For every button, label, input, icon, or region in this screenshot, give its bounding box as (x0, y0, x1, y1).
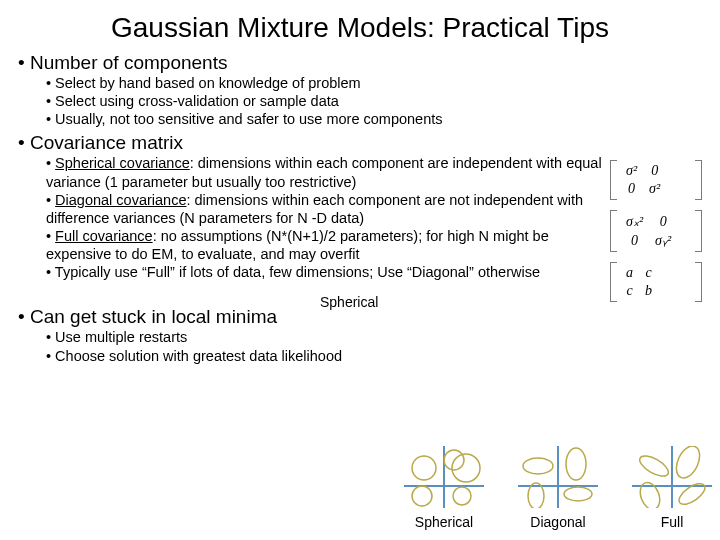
bullet: Select by hand based on knowledge of pro… (46, 74, 702, 92)
bullet: Full covariance: no assumptions (N*(N+1)… (46, 227, 604, 263)
figure-diagonal: Diagonal (518, 446, 598, 530)
svg-point-17 (672, 446, 704, 482)
bullet: Choose solution with greatest data likel… (46, 347, 702, 365)
plot-diagonal-icon (518, 446, 598, 508)
svg-point-3 (412, 486, 432, 506)
figure-full: Full (632, 446, 712, 530)
svg-point-16 (637, 480, 663, 508)
bullet: Spherical covariance: dimensions within … (46, 154, 604, 190)
bullet: Typically use “Full” if lots of data, fe… (46, 263, 604, 281)
svg-point-11 (566, 448, 586, 480)
slide-title: Gaussian Mixture Models: Practical Tips (18, 12, 702, 44)
term-diagonal: Diagonal covariance (55, 192, 186, 208)
matrix-column: σ²00σ² σₓ²00σᵧ² accb (610, 154, 702, 302)
bullet: Use multiple restarts (46, 328, 702, 346)
figure-label: Full (632, 514, 712, 530)
svg-point-15 (637, 452, 672, 480)
bullet: Diagonal covariance: dimensions within e… (46, 191, 604, 227)
matrix-diagonal: σₓ²00σᵧ² (610, 210, 702, 252)
svg-point-6 (453, 487, 471, 505)
svg-point-9 (523, 458, 553, 474)
term-spherical: Spherical covariance (55, 155, 190, 171)
matrix-spherical: σ²00σ² (610, 160, 702, 200)
matrix-full: accb (610, 262, 702, 302)
figure-label: Spherical (404, 514, 484, 530)
svg-point-5 (452, 454, 480, 482)
section-num-components: Number of components (18, 52, 702, 74)
figure-row: Spherical Diagonal Full (404, 446, 712, 530)
plot-full-icon (632, 446, 712, 508)
figure-label: Diagonal (518, 514, 598, 530)
svg-point-12 (564, 487, 592, 501)
term-full: Full covariance (55, 228, 153, 244)
figure-spherical: Spherical (404, 446, 484, 530)
plot-spherical-icon (404, 446, 484, 508)
svg-point-18 (676, 480, 709, 508)
section-covariance: Covariance matrix (18, 132, 702, 154)
bullet: Usually, not too sensitive and safer to … (46, 110, 702, 128)
floating-label-spherical: Spherical (320, 294, 378, 310)
bullet: Select using cross-validation or sample … (46, 92, 702, 110)
svg-point-2 (412, 456, 436, 480)
